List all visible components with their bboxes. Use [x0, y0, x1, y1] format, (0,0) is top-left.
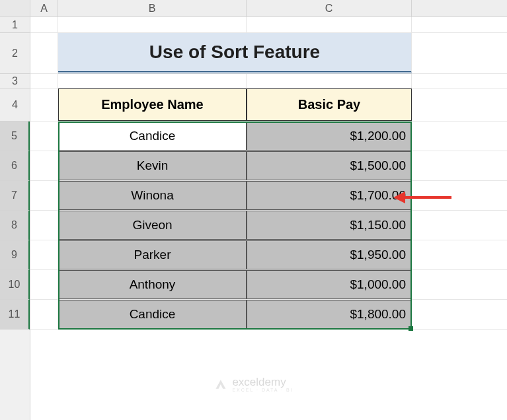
cell-c7[interactable]: $1,700.00: [247, 181, 412, 210]
title-cell[interactable]: Use of Sort Feature: [58, 33, 412, 73]
cells: Use of Sort Feature Employee Name Basic …: [30, 17, 507, 420]
row-header-6[interactable]: 6: [0, 151, 30, 181]
row-header-8[interactable]: 8: [0, 211, 30, 240]
row-header-2[interactable]: 2: [0, 33, 30, 74]
cell-b11[interactable]: Candice: [58, 300, 247, 329]
cell-a8[interactable]: [30, 211, 58, 240]
cell-a4[interactable]: [30, 88, 58, 121]
cell-a6[interactable]: [30, 151, 58, 180]
cell-a3[interactable]: [30, 74, 58, 88]
cell-a9[interactable]: [30, 240, 58, 269]
cell-c9[interactable]: $1,950.00: [247, 240, 412, 269]
arrow-head-icon: [393, 192, 405, 203]
col-header-c[interactable]: C: [247, 0, 412, 17]
col-header-b[interactable]: B: [58, 0, 247, 17]
watermark-sub: EXCEL · DATA · BI: [232, 388, 293, 392]
cell-b9[interactable]: Parker: [58, 240, 247, 269]
cell-c5[interactable]: $1,200.00: [247, 122, 412, 151]
cell-a7[interactable]: [30, 181, 58, 210]
col-header-a[interactable]: A: [30, 0, 58, 17]
row-header-4[interactable]: 4: [0, 88, 30, 122]
header-name[interactable]: Employee Name: [58, 88, 247, 121]
cell-c1[interactable]: [247, 17, 412, 32]
cell-c6[interactable]: $1,500.00: [247, 151, 412, 180]
cell-b10[interactable]: Anthony: [58, 270, 247, 299]
cell-c8[interactable]: $1,150.00: [247, 211, 412, 240]
header-pay[interactable]: Basic Pay: [247, 88, 412, 121]
row-header-11[interactable]: 11: [0, 300, 30, 330]
row-header-7[interactable]: 7: [0, 181, 30, 211]
cell-b8[interactable]: Giveon: [58, 211, 247, 240]
cell-a11[interactable]: [30, 300, 58, 329]
cell-c3[interactable]: [247, 74, 412, 88]
cell-a1[interactable]: [30, 17, 58, 32]
cell-b3[interactable]: [58, 74, 247, 88]
cell-a10[interactable]: [30, 270, 58, 299]
annotation-arrow: [393, 192, 451, 203]
cell-a2[interactable]: [30, 33, 58, 73]
cell-c10[interactable]: $1,000.00: [247, 270, 412, 299]
cell-b1[interactable]: [58, 17, 247, 32]
spreadsheet: 1 2 3 4 5 6 7 8 9 10 11 A B C Use of Sor…: [0, 0, 507, 420]
row-header-5[interactable]: 5: [0, 122, 30, 151]
row-header-10[interactable]: 10: [0, 270, 30, 300]
cell-b6[interactable]: Kevin: [58, 151, 247, 180]
watermark-logo-icon: [214, 378, 227, 391]
row-header-3[interactable]: 3: [0, 74, 30, 88]
watermark-brand: exceldemy: [232, 376, 293, 389]
cell-b7[interactable]: Winona: [58, 181, 247, 210]
cell-a5[interactable]: [30, 122, 58, 151]
row-headers: 1 2 3 4 5 6 7 8 9 10 11: [0, 0, 30, 420]
watermark: exceldemy EXCEL · DATA · BI: [214, 376, 293, 392]
select-all-corner[interactable]: [0, 0, 30, 17]
row-header-9[interactable]: 9: [0, 240, 30, 270]
grid-area: A B C Use of Sort Feature Employee Name: [30, 0, 507, 420]
row-header-1[interactable]: 1: [0, 17, 30, 33]
column-headers: A B C: [30, 0, 507, 17]
arrow-line: [405, 196, 451, 199]
cell-c11[interactable]: $1,800.00: [247, 300, 412, 329]
cell-b5[interactable]: Candice: [58, 122, 247, 151]
